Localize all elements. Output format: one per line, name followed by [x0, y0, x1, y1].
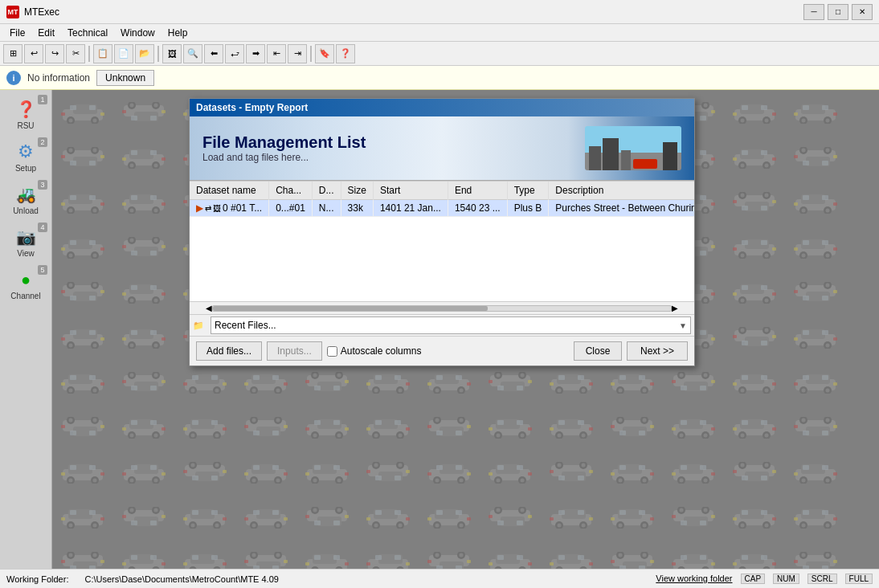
svg-rect-1129	[550, 470, 554, 473]
svg-rect-6	[70, 105, 76, 110]
unknown-button[interactable]: Unknown	[96, 70, 154, 86]
scroll-right-btn[interactable]: ▶	[672, 304, 678, 312]
maximize-button[interactable]: □	[828, 4, 848, 20]
col-d[interactable]: D...	[312, 182, 341, 200]
svg-rect-797	[150, 386, 157, 390]
toolbar-btn-13[interactable]: ⇤	[267, 44, 286, 63]
col-description[interactable]: Description	[549, 182, 694, 200]
menu-file[interactable]: File	[3, 26, 31, 40]
toolbar-btn-10[interactable]: ⬅	[204, 44, 223, 63]
toolbar-btn-16[interactable]: ❓	[336, 44, 355, 63]
svg-point-1085	[337, 478, 341, 482]
toolbar-btn-2[interactable]: ↩	[24, 44, 43, 63]
car-item	[235, 360, 296, 405]
col-channel[interactable]: Cha...	[269, 182, 313, 200]
scroll-left-btn[interactable]: ◀	[206, 304, 212, 312]
autoscale-checkbox[interactable]	[327, 346, 337, 357]
svg-rect-1158	[772, 470, 776, 473]
recent-files-dropdown[interactable]: Recent Files... ▼	[211, 316, 691, 334]
toolbar-btn-8[interactable]: 🖼	[162, 44, 182, 63]
toolbar-btn-7[interactable]: 📂	[135, 44, 154, 63]
car-item	[174, 540, 235, 569]
car-item	[602, 450, 663, 495]
svg-point-785	[93, 388, 97, 392]
svg-rect-508	[772, 247, 776, 251]
view-working-folder-link[interactable]: View working folder	[656, 574, 732, 584]
svg-rect-799	[122, 380, 126, 383]
row-image-icon: 🖼	[213, 204, 221, 213]
svg-point-865	[582, 388, 586, 392]
scroll-thumb[interactable]	[213, 306, 488, 311]
car-item	[663, 540, 724, 569]
next-button[interactable]: Next >>	[627, 341, 688, 361]
toolbar-btn-6[interactable]: 📄	[114, 44, 133, 63]
svg-rect-118	[733, 112, 737, 116]
svg-rect-1138	[611, 472, 615, 476]
autoscale-label[interactable]: Autoscale columns	[327, 345, 422, 357]
svg-rect-1229	[406, 517, 410, 521]
svg-rect-507	[761, 240, 767, 245]
svg-rect-1287	[742, 510, 748, 515]
svg-rect-1377	[497, 555, 504, 560]
toolbar-btn-1[interactable]: ⊞	[3, 44, 22, 63]
svg-rect-1328	[183, 562, 187, 566]
menu-technical[interactable]: Technical	[61, 26, 114, 40]
svg-point-1294	[802, 523, 806, 527]
svg-rect-1058	[161, 472, 166, 476]
col-size[interactable]: Size	[341, 182, 373, 200]
svg-rect-926	[150, 420, 157, 425]
col-start[interactable]: Start	[373, 182, 448, 200]
toolbar-btn-11[interactable]: ⮐	[225, 44, 244, 63]
svg-rect-888	[711, 380, 715, 383]
svg-rect-1057	[150, 465, 157, 470]
svg-rect-1289	[772, 517, 776, 521]
table-container[interactable]: Dataset name Cha... D... Size Start End …	[190, 181, 694, 301]
svg-point-664	[130, 343, 134, 347]
svg-point-1024	[741, 433, 745, 437]
svg-rect-839	[406, 382, 410, 386]
inputs-button[interactable]: Inputs...	[267, 341, 322, 361]
scroll-area[interactable]: ◀ ▶	[190, 301, 694, 314]
table-row[interactable]: ▶ ⇄ 🖼 0 #01 T... 0...#01 N... 33k 1401 2…	[190, 200, 694, 217]
toolbar-btn-9[interactable]: 🔍	[183, 44, 202, 63]
svg-rect-867	[558, 375, 565, 380]
toolbar-btn-5[interactable]: 📋	[93, 44, 112, 63]
sidebar-item-rsu-wrapper: ❓ RSU 1	[2, 93, 49, 134]
svg-point-635	[765, 298, 769, 302]
car-item	[480, 495, 541, 540]
sidebar-number-4: 4	[38, 223, 47, 232]
close-button[interactable]: Close	[574, 341, 622, 361]
svg-rect-1266	[639, 510, 645, 515]
svg-point-845	[460, 388, 464, 392]
toolbar-btn-14[interactable]: ⇥	[288, 44, 307, 63]
svg-rect-917	[89, 431, 96, 435]
svg-point-275	[154, 208, 158, 212]
svg-rect-778	[794, 337, 798, 341]
svg-rect-758	[711, 337, 715, 341]
svg-rect-787	[70, 375, 76, 380]
toolbar-btn-3[interactable]: ↪	[45, 44, 64, 63]
menu-help[interactable]: Help	[161, 26, 194, 40]
toolbar-btn-12[interactable]: ➡	[246, 44, 265, 63]
col-dataset-name[interactable]: Dataset name	[190, 182, 269, 200]
svg-point-864	[558, 388, 562, 392]
svg-rect-1166	[822, 465, 828, 470]
svg-rect-1429	[794, 560, 798, 563]
col-type[interactable]: Type	[507, 182, 549, 200]
toolbar-btn-4[interactable]: ✂	[66, 44, 85, 63]
toolbar-btn-15[interactable]: 🔖	[315, 44, 334, 63]
col-end[interactable]: End	[448, 182, 507, 200]
scroll-track[interactable]	[212, 305, 672, 312]
svg-rect-1108	[467, 472, 471, 476]
minimize-button[interactable]: ─	[803, 4, 824, 20]
svg-rect-976	[436, 431, 443, 435]
car-item	[174, 450, 235, 495]
menu-window[interactable]: Window	[114, 26, 161, 40]
svg-rect-1048	[61, 472, 65, 476]
svg-rect-1288	[733, 517, 737, 521]
close-button[interactable]: ✕	[852, 4, 873, 20]
add-files-button[interactable]: Add files...	[196, 341, 262, 361]
menu-edit[interactable]: Edit	[31, 26, 61, 40]
svg-rect-377	[761, 206, 767, 210]
car-item	[541, 450, 602, 495]
